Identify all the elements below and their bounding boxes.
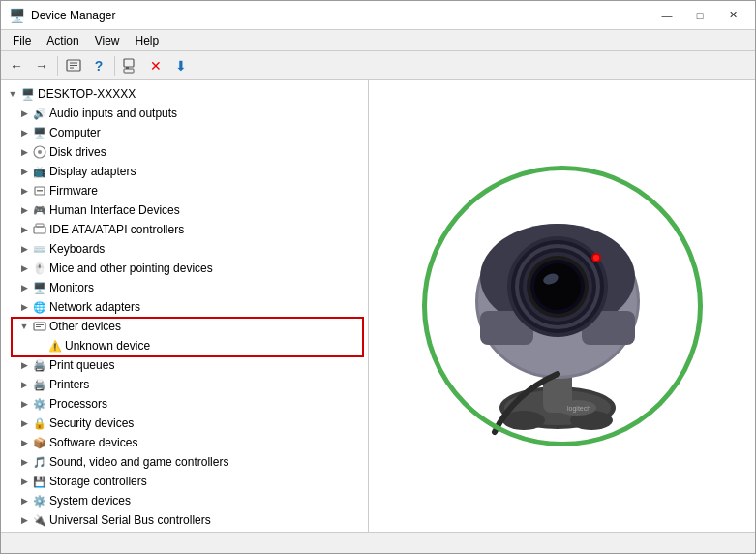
- expand-disk[interactable]: [16, 144, 32, 160]
- storage-icon: 💾: [32, 474, 47, 489]
- svg-point-8: [38, 150, 42, 154]
- disk-icon: [32, 144, 47, 160]
- mice-icon: 🖱️: [32, 261, 47, 276]
- title-bar-left: 🖥️ Device Manager: [9, 8, 115, 23]
- expand-ide[interactable]: [16, 222, 32, 237]
- expand-system[interactable]: [16, 493, 32, 508]
- software-label: Software devices: [49, 436, 137, 449]
- content-area: 🖥️ DESKTOP-XXXXX 🔊 Audio inputs and outp…: [1, 80, 755, 532]
- firmware-icon: [32, 183, 47, 199]
- expand-sound[interactable]: [16, 454, 32, 470]
- expand-storage[interactable]: [16, 474, 32, 489]
- tree-item-sound[interactable]: 🎵 Sound, video and game controllers: [1, 452, 368, 472]
- tree-item-hid[interactable]: 🎮 Human Interface Devices: [1, 200, 368, 220]
- tree-item-storage[interactable]: 💾 Storage controllers: [1, 472, 368, 491]
- monitors-label: Monitors: [49, 281, 94, 294]
- expand-computer[interactable]: [16, 125, 32, 140]
- ide-icon: [32, 222, 47, 237]
- back-button[interactable]: ←: [5, 54, 28, 77]
- tree-item-printers[interactable]: 🖨️ Printers: [1, 375, 368, 394]
- properties-button[interactable]: [62, 54, 85, 77]
- expand-other[interactable]: [16, 319, 32, 334]
- menu-bar: File Action View Help: [1, 30, 755, 51]
- expand-audio[interactable]: [16, 106, 32, 121]
- warning-icon: ⚠️: [47, 338, 63, 354]
- scan-button[interactable]: [119, 54, 142, 77]
- expand-hid[interactable]: [16, 202, 32, 218]
- tree-item-unknown[interactable]: ⚠️ Unknown device: [1, 336, 368, 355]
- tree-item-firmware[interactable]: Firmware: [1, 181, 368, 200]
- computer-label: Computer: [49, 126, 101, 139]
- minimize-button[interactable]: —: [652, 6, 681, 25]
- tree-item-usb[interactable]: 🔌 Universal Serial Bus controllers: [1, 510, 368, 530]
- tree-item-system[interactable]: ⚙️ System devices: [1, 491, 368, 510]
- tree-item-printq[interactable]: 🖨️ Print queues: [1, 355, 368, 375]
- expand-usb[interactable]: [16, 512, 32, 528]
- display-label: Display adapters: [49, 165, 136, 178]
- menu-action[interactable]: Action: [39, 32, 86, 49]
- tree-item-other[interactable]: Other devices: [1, 317, 368, 336]
- expand-processors[interactable]: [16, 396, 32, 412]
- device-tree[interactable]: 🖥️ DESKTOP-XXXXX 🔊 Audio inputs and outp…: [1, 80, 369, 532]
- tree-item-disk[interactable]: Disk drives: [1, 142, 368, 162]
- printq-icon: 🖨️: [32, 357, 47, 373]
- other-devices-label: Other devices: [49, 320, 121, 333]
- usb-icon: 🔌: [32, 512, 47, 528]
- svg-rect-4: [124, 59, 134, 67]
- keyboards-label: Keyboards: [49, 242, 105, 256]
- tree-item-network[interactable]: 🌐 Network adapters: [1, 297, 368, 317]
- expand-security[interactable]: [16, 416, 32, 431]
- menu-help[interactable]: Help: [128, 32, 167, 49]
- help-button[interactable]: ?: [87, 54, 110, 77]
- ide-label: IDE ATA/ATAPI controllers: [49, 223, 184, 236]
- maximize-button[interactable]: □: [685, 6, 714, 25]
- other-devices-section: Other devices ⚠️ Unknown device: [1, 317, 368, 355]
- tree-item-audio[interactable]: 🔊 Audio inputs and outputs: [1, 104, 368, 123]
- system-label: System devices: [49, 494, 131, 508]
- expand-display[interactable]: [16, 164, 32, 179]
- expand-firmware[interactable]: [16, 183, 32, 199]
- right-panel: logitech: [369, 80, 755, 532]
- mice-label: Mice and other pointing devices: [49, 262, 213, 275]
- expand-unknown: [32, 338, 47, 354]
- tree-item-processors[interactable]: ⚙️ Processors: [1, 394, 368, 414]
- display-icon: 📺: [32, 164, 47, 179]
- expand-software[interactable]: [16, 435, 32, 450]
- computer-cat-icon: 🖥️: [32, 125, 47, 140]
- expand-monitors[interactable]: [16, 280, 32, 295]
- sound-label: Sound, video and game controllers: [49, 455, 228, 469]
- forward-button[interactable]: →: [30, 54, 53, 77]
- tree-item-software[interactable]: 📦 Software devices: [1, 433, 368, 452]
- expand-mice[interactable]: [16, 261, 32, 276]
- tree-item-keyboards[interactable]: ⌨️ Keyboards: [1, 239, 368, 259]
- printers-icon: 🖨️: [32, 377, 47, 392]
- menu-file[interactable]: File: [5, 32, 39, 49]
- toolbar-separator-2: [114, 56, 115, 76]
- expand-network[interactable]: [16, 299, 32, 315]
- update-driver-button[interactable]: ✕: [144, 54, 167, 77]
- unknown-device-label: Unknown device: [65, 339, 150, 353]
- tree-item-monitors[interactable]: 🖥️ Monitors: [1, 278, 368, 297]
- svg-rect-11: [34, 227, 45, 233]
- toolbar: ← → ? ✕ ⬇: [1, 51, 755, 80]
- expand-printers[interactable]: [16, 377, 32, 392]
- expand-root[interactable]: [5, 86, 20, 102]
- expand-keyboards[interactable]: [16, 241, 32, 257]
- tree-item-mice[interactable]: 🖱️ Mice and other pointing devices: [1, 259, 368, 278]
- green-circle-highlight: [422, 166, 703, 446]
- network-label: Network adapters: [49, 300, 140, 314]
- software-icon: 📦: [32, 435, 47, 450]
- rollback-button[interactable]: ⬇: [169, 54, 193, 77]
- menu-view[interactable]: View: [87, 32, 128, 49]
- window-title: Device Manager: [31, 9, 115, 22]
- tree-item-computer[interactable]: 🖥️ Computer: [1, 123, 368, 142]
- hid-icon: 🎮: [32, 202, 47, 218]
- tree-item-root[interactable]: 🖥️ DESKTOP-XXXXX: [1, 84, 368, 104]
- tree-item-ide[interactable]: IDE ATA/ATAPI controllers: [1, 220, 368, 239]
- tree-item-security[interactable]: 🔒 Security devices: [1, 414, 368, 433]
- close-button[interactable]: ✕: [718, 6, 747, 25]
- expand-printq[interactable]: [16, 357, 32, 373]
- status-bar: [1, 532, 755, 553]
- tree-item-display[interactable]: 📺 Display adapters: [1, 162, 368, 181]
- printers-label: Printers: [49, 378, 89, 391]
